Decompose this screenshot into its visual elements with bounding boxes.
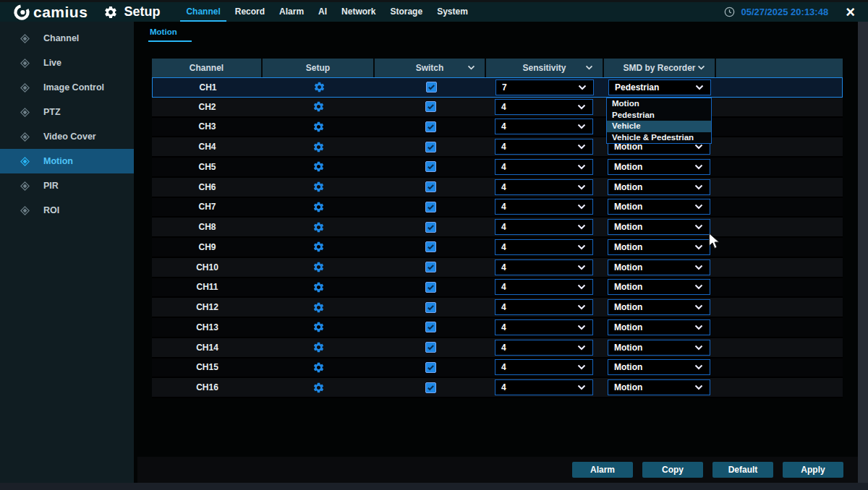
smd-dropdown-option[interactable]: Vehicle — [607, 121, 711, 132]
sensitivity-select[interactable]: 4 — [495, 159, 593, 175]
switch-checkbox[interactable] — [425, 181, 436, 192]
sensitivity-select[interactable]: 4 — [495, 279, 593, 295]
switch-checkbox[interactable] — [425, 241, 436, 252]
table-row[interactable]: CH2 4 Motion — [152, 98, 843, 118]
sensitivity-select[interactable]: 4 — [495, 199, 593, 215]
table-row[interactable]: CH5 4 Motion — [152, 158, 843, 178]
setup-gear-icon[interactable] — [312, 281, 325, 293]
setup-gear-icon[interactable] — [312, 141, 325, 153]
setup-gear-icon[interactable] — [312, 361, 325, 374]
table-row[interactable]: CH1 7 Pedestrian — [152, 77, 843, 98]
setup-gear-icon[interactable] — [312, 241, 325, 253]
sidebar-item-live[interactable]: Live — [0, 51, 134, 75]
sensitivity-select[interactable]: 4 — [495, 299, 593, 315]
smd-select[interactable]: Motion — [608, 319, 710, 335]
tab-storage[interactable]: Storage — [383, 2, 430, 22]
alarm-button[interactable]: Alarm — [572, 462, 633, 478]
table-row[interactable]: CH8 4 Motion — [152, 218, 843, 238]
smd-select[interactable]: Motion — [608, 340, 710, 356]
table-row[interactable]: CH10 4 Motion — [152, 258, 843, 278]
table-row[interactable]: CH4 4 Motion — [152, 137, 843, 158]
smd-dropdown-option[interactable]: Vehicle & Pedestrian — [607, 132, 711, 144]
smd-select[interactable]: Pedestrian — [608, 79, 711, 95]
sensitivity-select[interactable]: 4 — [495, 259, 593, 275]
switch-checkbox[interactable] — [425, 382, 436, 393]
setup-gear-icon[interactable] — [312, 221, 325, 233]
setup-gear-icon[interactable] — [312, 201, 325, 213]
table-row[interactable]: CH9 4 Motion — [152, 238, 843, 258]
smd-select[interactable]: Motion — [608, 379, 710, 395]
tab-network[interactable]: Network — [334, 2, 383, 22]
smd-dropdown-option[interactable]: Motion — [607, 98, 711, 110]
switch-checkbox[interactable] — [425, 202, 436, 212]
table-row[interactable]: CH11 4 Motion — [152, 278, 843, 298]
scrollbar-track[interactable] — [858, 22, 868, 483]
switch-checkbox[interactable] — [425, 101, 436, 112]
setup-gear-icon[interactable] — [312, 121, 325, 133]
table-row[interactable]: CH12 4 Motion — [152, 298, 843, 318]
switch-checkbox[interactable] — [425, 222, 436, 233]
sensitivity-select[interactable]: 4 — [495, 340, 593, 356]
smd-select[interactable]: Motion — [608, 359, 710, 375]
switch-checkbox[interactable] — [425, 322, 436, 332]
switch-checkbox[interactable] — [425, 362, 436, 373]
switch-checkbox[interactable] — [425, 342, 436, 353]
table-row[interactable]: CH3 4 Motion — [152, 118, 843, 138]
copy-button[interactable]: Copy — [642, 462, 703, 478]
switch-checkbox[interactable] — [425, 121, 436, 132]
setup-gear-icon[interactable] — [313, 81, 326, 93]
sidebar-item-pir[interactable]: PIR — [0, 173, 134, 198]
table-row[interactable]: CH14 4 Motion — [152, 338, 843, 358]
header-smd-by-recorder[interactable]: SMD by Recorder — [604, 59, 716, 77]
sensitivity-select[interactable]: 4 — [495, 239, 593, 255]
sidebar-item-roi[interactable]: ROI — [0, 198, 134, 223]
sensitivity-select[interactable]: 4 — [495, 219, 593, 235]
switch-checkbox[interactable] — [425, 161, 436, 172]
switch-checkbox[interactable] — [425, 302, 436, 313]
table-row[interactable]: CH15 4 Motion — [152, 358, 843, 379]
sensitivity-select[interactable]: 4 — [495, 179, 593, 195]
smd-dropdown-option[interactable]: Pedestrian — [607, 110, 711, 121]
sensitivity-select[interactable]: 4 — [495, 119, 593, 134]
sensitivity-select[interactable]: 4 — [495, 379, 593, 395]
setup-gear-icon[interactable] — [312, 100, 325, 113]
default-button[interactable]: Default — [712, 462, 773, 478]
sidebar-item-motion[interactable]: Motion — [0, 149, 134, 173]
sensitivity-select[interactable]: 4 — [495, 99, 593, 115]
smd-select[interactable]: Motion — [608, 279, 710, 295]
sensitivity-select[interactable]: 7 — [495, 79, 594, 95]
setup-gear-icon[interactable] — [312, 382, 325, 394]
table-row[interactable]: CH7 4 Motion — [152, 198, 843, 218]
smd-select[interactable]: Motion — [608, 299, 710, 315]
tab-channel[interactable]: Channel — [179, 2, 227, 22]
header-sensitivity[interactable]: Sensitivity — [486, 59, 604, 77]
sensitivity-select[interactable]: 4 — [495, 319, 593, 335]
smd-select[interactable]: Motion — [608, 259, 710, 275]
table-row[interactable]: CH6 4 Motion — [152, 178, 843, 198]
setup-gear-icon[interactable] — [312, 261, 325, 273]
sidebar-item-image-control[interactable]: Image Control — [0, 75, 134, 100]
close-icon[interactable]: × — [846, 4, 855, 20]
sidebar-item-ptz[interactable]: PTZ — [0, 100, 134, 124]
sensitivity-select[interactable]: 4 — [495, 359, 593, 375]
apply-button[interactable]: Apply — [783, 462, 843, 478]
setup-gear-icon[interactable] — [312, 181, 325, 193]
tab-ai[interactable]: AI — [311, 2, 334, 22]
setup-gear-icon[interactable] — [312, 341, 325, 353]
header-switch[interactable]: Switch — [375, 59, 486, 77]
smd-select[interactable]: Motion — [608, 219, 710, 235]
setup-gear-icon[interactable] — [312, 160, 325, 173]
tab-record[interactable]: Record — [228, 2, 272, 22]
sidebar-item-video-cover[interactable]: Video Cover — [0, 124, 134, 149]
switch-checkbox[interactable] — [425, 142, 436, 152]
sidebar-item-channel[interactable]: Channel — [0, 26, 134, 51]
sensitivity-select[interactable]: 4 — [495, 139, 593, 155]
smd-select[interactable]: Motion — [608, 199, 710, 215]
switch-checkbox[interactable] — [425, 282, 436, 293]
setup-gear-icon[interactable] — [312, 321, 325, 333]
switch-checkbox[interactable] — [426, 82, 437, 93]
table-row[interactable]: CH16 4 Motion — [152, 378, 843, 398]
tab-motion[interactable]: Motion — [148, 27, 192, 42]
tab-alarm[interactable]: Alarm — [272, 2, 311, 22]
smd-select[interactable]: Motion — [608, 239, 710, 255]
